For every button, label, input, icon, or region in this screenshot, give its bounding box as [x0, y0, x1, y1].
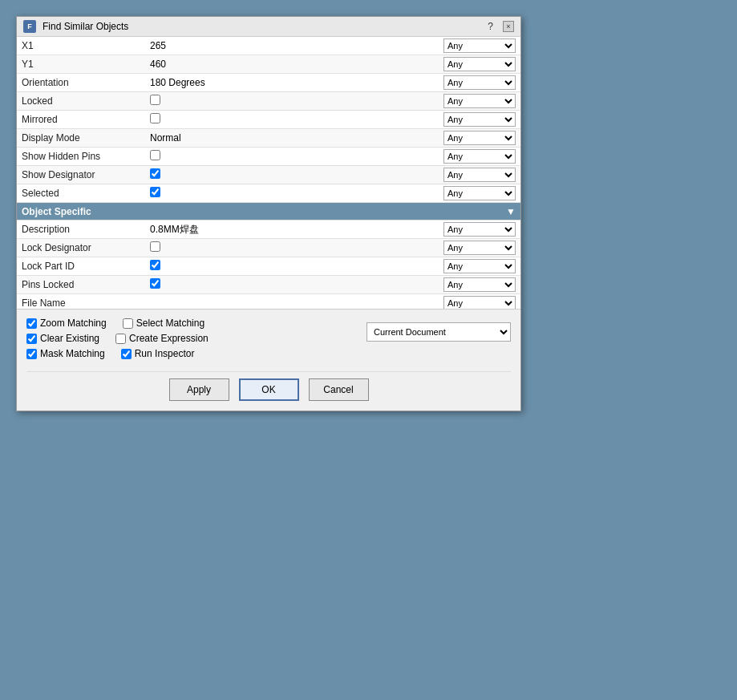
lock-part-id-checkbox[interactable] — [150, 260, 160, 270]
property-value[interactable] — [145, 166, 439, 184]
locked-checkbox[interactable] — [150, 95, 160, 105]
table-row: Pins Locked AnySame — [17, 276, 520, 294]
title-bar-controls: ? × — [488, 21, 514, 32]
title-bar-left: F Find Similar Objects — [23, 20, 128, 33]
options-row-1: Zoom Matching Select Matching — [26, 318, 225, 329]
condition-cell[interactable]: AnySame — [439, 55, 520, 74]
condition-cell[interactable]: AnySame — [439, 74, 520, 92]
condition-cell[interactable]: AnySame — [439, 221, 520, 239]
show-designator-checkbox[interactable] — [150, 168, 160, 179]
run-inspector-option[interactable]: Run Inspector — [121, 348, 195, 359]
condition-cell[interactable]: AnySame — [439, 92, 520, 111]
table-row: Show Hidden Pins AnySame — [17, 148, 520, 166]
close-button[interactable]: × — [503, 21, 514, 32]
pins-locked-checkbox[interactable] — [150, 278, 160, 289]
property-value[interactable] — [145, 276, 439, 294]
table-row: Locked AnySame — [17, 92, 520, 111]
condition-select[interactable]: AnySame — [443, 259, 516, 273]
property-value[interactable] — [145, 111, 439, 129]
show-hidden-pins-checkbox[interactable] — [150, 150, 160, 160]
select-matching-option[interactable]: Select Matching — [123, 318, 204, 329]
condition-select[interactable]: AnySame — [443, 149, 516, 164]
lock-designator-checkbox[interactable] — [150, 241, 160, 252]
property-label: Selected — [17, 184, 145, 203]
find-similar-objects-dialog: F Find Similar Objects ? × X1 265 AnySam… — [16, 16, 521, 411]
condition-cell[interactable]: AnySame — [439, 276, 520, 294]
property-value: 460 — [145, 55, 439, 74]
options-row-3: Mask Matching Run Inspector — [26, 348, 225, 359]
condition-select[interactable]: AnySame — [443, 277, 516, 292]
condition-select[interactable]: AnySame — [443, 75, 516, 90]
zoom-matching-option[interactable]: Zoom Matching — [26, 318, 107, 329]
table-row: Description 0.8MM焊盘 AnySame — [17, 221, 520, 239]
ok-button[interactable]: OK — [239, 378, 299, 401]
create-expression-checkbox[interactable] — [115, 334, 126, 344]
table-row: Selected AnySame — [17, 184, 520, 203]
select-matching-label: Select Matching — [136, 318, 204, 329]
select-matching-checkbox[interactable] — [123, 318, 133, 329]
property-value[interactable] — [145, 148, 439, 166]
section-header-collapse[interactable]: ▼ — [439, 203, 520, 221]
help-button[interactable]: ? — [488, 21, 493, 32]
clear-existing-option[interactable]: Clear Existing — [26, 333, 99, 344]
property-value: 0.8MM焊盘 — [145, 221, 439, 239]
property-value[interactable] — [145, 92, 439, 111]
property-value[interactable] — [145, 257, 439, 276]
condition-cell[interactable]: AnySame — [439, 184, 520, 203]
run-inspector-checkbox[interactable] — [121, 349, 132, 359]
mask-matching-option[interactable]: Mask Matching — [26, 348, 105, 359]
condition-select[interactable]: AnySame — [443, 296, 516, 310]
properties-table: X1 265 AnySame Y1 460 AnySame Orientatio… — [17, 37, 520, 310]
table-row: File Name AnySame — [17, 294, 520, 310]
cancel-button[interactable]: Cancel — [309, 378, 369, 401]
property-label: Locked — [17, 92, 145, 111]
condition-select[interactable]: AnySame — [443, 131, 516, 145]
condition-select[interactable]: AnySame — [443, 38, 516, 53]
condition-cell[interactable]: AnySame — [439, 294, 520, 310]
mask-matching-checkbox[interactable] — [26, 349, 37, 359]
condition-cell[interactable]: AnySame — [439, 129, 520, 148]
property-value: Normal — [145, 129, 439, 148]
property-value[interactable] — [145, 184, 439, 203]
create-expression-option[interactable]: Create Expression — [115, 333, 209, 344]
dialog-icon: F — [23, 20, 36, 33]
mirrored-checkbox[interactable] — [150, 113, 160, 123]
table-row: Y1 460 AnySame — [17, 55, 520, 74]
condition-cell[interactable]: AnySame — [439, 148, 520, 166]
table-row: Lock Designator AnySame — [17, 239, 520, 257]
property-label: Show Designator — [17, 166, 145, 184]
apply-button[interactable]: Apply — [169, 378, 229, 401]
property-label: Display Mode — [17, 129, 145, 148]
scope-select[interactable]: Current Document Current Sheet All Open … — [366, 322, 511, 342]
property-label: Lock Designator — [17, 239, 145, 257]
condition-cell[interactable]: AnySame — [439, 239, 520, 257]
condition-cell[interactable]: AnySame — [439, 166, 520, 184]
condition-select[interactable]: AnySame — [443, 186, 516, 200]
condition-cell[interactable]: AnySame — [439, 111, 520, 129]
condition-select[interactable]: AnySame — [443, 112, 516, 127]
condition-select[interactable]: AnySame — [443, 222, 516, 237]
condition-cell[interactable]: AnySame — [439, 37, 520, 55]
bottom-section: Zoom Matching Select Matching Clear Exis… — [17, 310, 520, 411]
zoom-matching-checkbox[interactable] — [26, 318, 37, 329]
table-row: Orientation 180 Degrees AnySame — [17, 74, 520, 92]
condition-cell[interactable]: AnySame — [439, 257, 520, 276]
condition-select[interactable]: AnySame — [443, 94, 516, 108]
property-label: Y1 — [17, 55, 145, 74]
table-row: Show Designator AnySame — [17, 166, 520, 184]
properties-table-container: X1 265 AnySame Y1 460 AnySame Orientatio… — [17, 37, 520, 310]
clear-existing-checkbox[interactable] — [26, 334, 37, 344]
property-value: 180 Degrees — [145, 74, 439, 92]
condition-select[interactable]: AnySame — [443, 241, 516, 255]
property-label: Description — [17, 221, 145, 239]
property-value[interactable] — [145, 239, 439, 257]
create-expression-label: Create Expression — [129, 333, 209, 344]
clear-existing-label: Clear Existing — [40, 333, 99, 344]
table-row: Display Mode Normal AnySame — [17, 129, 520, 148]
dialog-title: Find Similar Objects — [43, 21, 128, 32]
condition-select[interactable]: AnySame — [443, 57, 516, 71]
table-row: Lock Part ID AnySame — [17, 257, 520, 276]
property-label: Lock Part ID — [17, 257, 145, 276]
selected-checkbox[interactable] — [150, 187, 160, 197]
condition-select[interactable]: AnySame — [443, 168, 516, 182]
